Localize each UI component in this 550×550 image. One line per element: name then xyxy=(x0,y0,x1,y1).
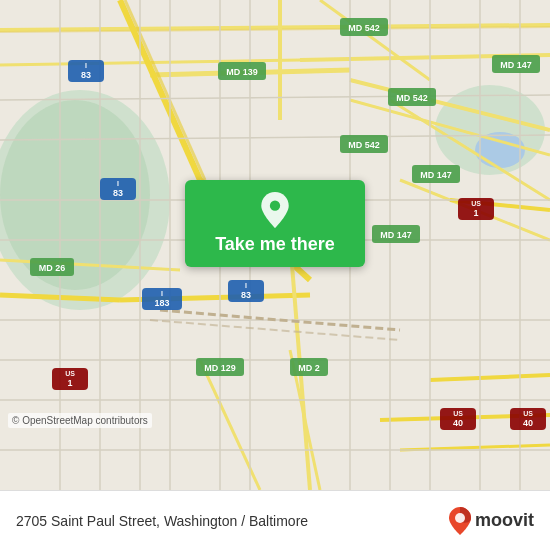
svg-text:MD 147: MD 147 xyxy=(420,170,452,180)
svg-text:40: 40 xyxy=(453,418,463,428)
svg-point-97 xyxy=(455,513,465,523)
svg-text:US: US xyxy=(471,200,481,207)
svg-text:83: 83 xyxy=(241,290,251,300)
address-text: 2705 Saint Paul Street, Washington / Bal… xyxy=(16,513,308,529)
svg-point-96 xyxy=(270,201,280,211)
svg-text:I: I xyxy=(117,180,119,187)
svg-text:1: 1 xyxy=(67,378,72,388)
take-me-there-label: Take me there xyxy=(215,234,335,255)
svg-text:MD 542: MD 542 xyxy=(348,140,380,150)
svg-text:US: US xyxy=(523,410,533,417)
svg-text:MD 2: MD 2 xyxy=(298,363,320,373)
location-pin-icon xyxy=(257,192,293,228)
svg-text:MD 147: MD 147 xyxy=(380,230,412,240)
moovit-brand-text: moovit xyxy=(475,510,534,531)
moovit-logo: moovit xyxy=(449,507,534,535)
svg-text:1: 1 xyxy=(473,208,478,218)
take-me-there-button[interactable]: Take me there xyxy=(185,180,365,267)
map-container: MD 139 MD 542 MD 542 MD 542 MD 147 MD 14… xyxy=(0,0,550,490)
svg-text:I: I xyxy=(245,282,247,289)
svg-text:I: I xyxy=(85,62,87,69)
svg-text:MD 26: MD 26 xyxy=(39,263,66,273)
osm-credit: © OpenStreetMap contributors xyxy=(8,413,152,428)
svg-text:MD 139: MD 139 xyxy=(226,67,258,77)
svg-text:MD 542: MD 542 xyxy=(348,23,380,33)
moovit-pin-icon xyxy=(449,507,471,535)
svg-text:MD 129: MD 129 xyxy=(204,363,236,373)
svg-text:40: 40 xyxy=(523,418,533,428)
svg-text:US: US xyxy=(453,410,463,417)
svg-text:83: 83 xyxy=(113,188,123,198)
svg-text:MD 542: MD 542 xyxy=(396,93,428,103)
svg-text:MD 147: MD 147 xyxy=(500,60,532,70)
svg-text:83: 83 xyxy=(81,70,91,80)
svg-text:US: US xyxy=(65,370,75,377)
svg-text:I: I xyxy=(161,290,163,297)
info-bar: 2705 Saint Paul Street, Washington / Bal… xyxy=(0,490,550,550)
svg-text:183: 183 xyxy=(154,298,169,308)
